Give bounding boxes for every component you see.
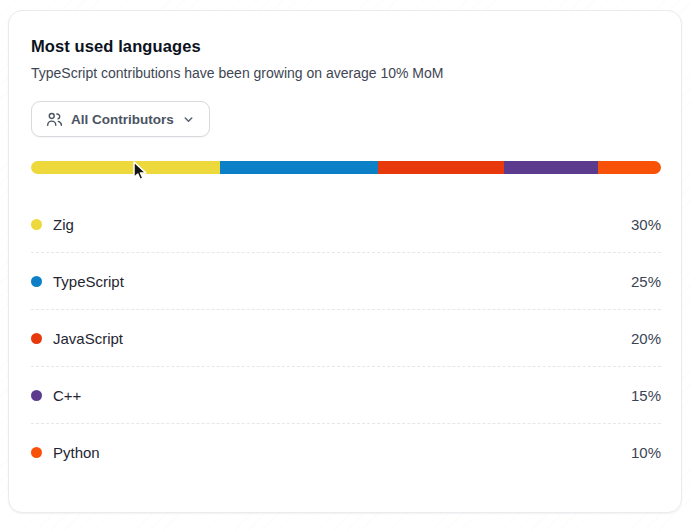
language-percent: 30% — [631, 216, 661, 233]
language-percent: 25% — [631, 273, 661, 290]
language-name: C++ — [53, 387, 81, 404]
language-row: TypeScript 25% — [31, 253, 661, 310]
language-percent: 20% — [631, 330, 661, 347]
bar-segment-c- — [504, 161, 599, 174]
language-color-dot — [31, 333, 42, 344]
language-row-left: TypeScript — [31, 273, 124, 290]
language-color-dot — [31, 447, 42, 458]
language-row: Python 10% — [31, 424, 661, 481]
language-percent: 10% — [631, 444, 661, 461]
language-row: JavaScript 20% — [31, 310, 661, 367]
language-name: TypeScript — [53, 273, 124, 290]
bar-segment-typescript — [220, 161, 378, 174]
bar-segment-python — [598, 161, 661, 174]
language-row-left: JavaScript — [31, 330, 123, 347]
language-row: C++ 15% — [31, 367, 661, 424]
most-used-languages-card: Most used languages TypeScript contribut… — [8, 10, 682, 513]
language-name: Zig — [53, 216, 74, 233]
filter-button-label: All Contributors — [71, 112, 174, 127]
language-color-dot — [31, 219, 42, 230]
language-row-left: Zig — [31, 216, 74, 233]
language-list: Zig 30% TypeScript 25% JavaScript 20% C+… — [31, 196, 661, 481]
bar-segment-zig — [31, 161, 220, 174]
card-title: Most used languages — [31, 37, 661, 56]
card-subtitle: TypeScript contributions have been growi… — [31, 65, 661, 81]
language-row-left: C++ — [31, 387, 81, 404]
language-name: Python — [53, 444, 100, 461]
contributors-people-icon — [46, 111, 63, 128]
language-name: JavaScript — [53, 330, 123, 347]
language-row: Zig 30% — [31, 196, 661, 253]
language-row-left: Python — [31, 444, 100, 461]
bar-segment-javascript — [378, 161, 504, 174]
language-percent: 15% — [631, 387, 661, 404]
language-color-dot — [31, 390, 42, 401]
chevron-down-icon — [182, 113, 195, 126]
contributors-filter-button[interactable]: All Contributors — [31, 101, 210, 137]
language-distribution-bar — [31, 161, 661, 174]
language-color-dot — [31, 276, 42, 287]
